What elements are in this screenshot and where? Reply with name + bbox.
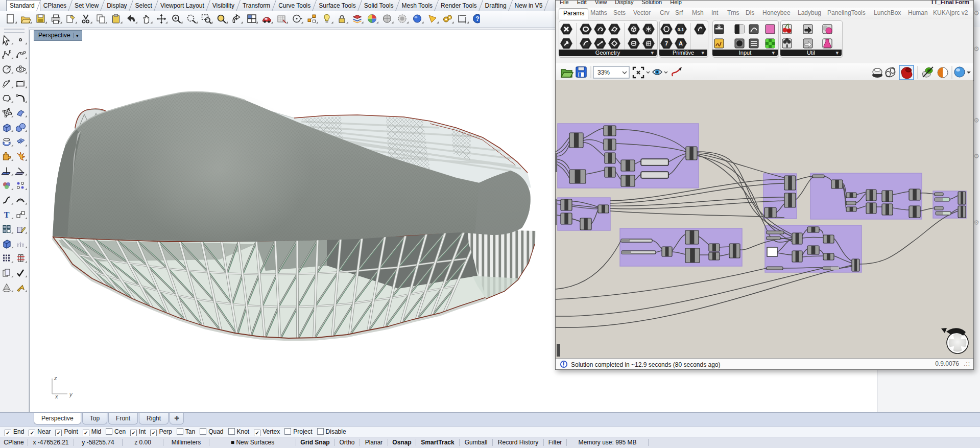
svg-text:T: T <box>4 210 10 219</box>
svg-text:x: x <box>55 393 58 399</box>
svg-text:?: ? <box>475 15 479 22</box>
svg-text:y: y <box>69 391 73 397</box>
svg-text:33%: 33% <box>597 69 610 76</box>
svg-text:7: 7 <box>665 40 668 46</box>
svg-text:A: A <box>679 40 683 46</box>
svg-text:z: z <box>54 375 57 381</box>
svg-text:0.1: 0.1 <box>678 27 684 32</box>
